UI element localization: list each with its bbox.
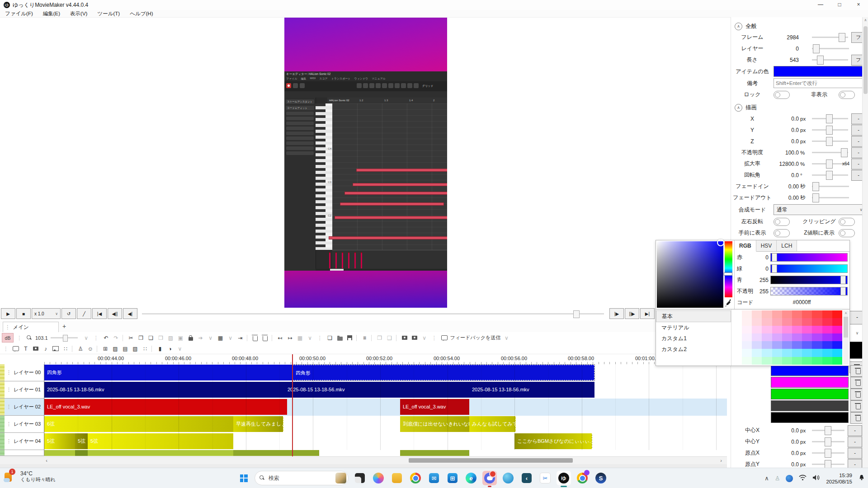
snipping-tool[interactable]: ✂: [538, 471, 552, 485]
palette-color-cell[interactable]: [742, 310, 752, 318]
history-color-swatch[interactable]: [771, 400, 849, 411]
property-value[interactable]: 12800.0: [774, 161, 799, 167]
palette-color-cell[interactable]: [812, 326, 822, 333]
collapse-draw-button[interactable]: ∧: [735, 104, 742, 112]
palette-color-cell[interactable]: [742, 349, 752, 357]
seek-start-button[interactable]: |◀: [92, 308, 107, 319]
property-value[interactable]: 0.0: [774, 427, 799, 434]
paste-insert-button[interactable]: ❒: [157, 334, 165, 342]
channel-slider[interactable]: [770, 287, 848, 296]
palette-color-cell[interactable]: [772, 341, 782, 349]
timeline-clip[interactable]: 早速再生してみましょ: [233, 416, 283, 432]
stop-button[interactable]: ■: [16, 308, 31, 319]
channel-thumb[interactable]: [772, 253, 777, 262]
palette-color-cell[interactable]: [832, 310, 842, 318]
align-button[interactable]: ⇥: [236, 334, 245, 342]
channel-value[interactable]: 0: [756, 254, 770, 261]
slider-thumb[interactable]: [825, 437, 831, 446]
maximize-button[interactable]: □: [830, 0, 849, 10]
palette-color-cell[interactable]: [742, 318, 752, 326]
palette-color-cell[interactable]: [762, 341, 772, 349]
search-highlight-thumbnail[interactable]: [335, 473, 346, 483]
channel-thumb[interactable]: [772, 264, 777, 273]
palette-color-cell[interactable]: [802, 357, 812, 365]
property-value[interactable]: 0.0: [774, 439, 799, 445]
palette-color-cell[interactable]: [742, 341, 752, 349]
palette-color-cell[interactable]: [832, 333, 842, 341]
palette-color-cell[interactable]: [792, 326, 802, 333]
weather-widget[interactable]: 1 34°C くもり時々晴れ: [4, 470, 56, 483]
layer-drag-handle[interactable]: ⋮: [6, 438, 11, 444]
wifi-icon[interactable]: [799, 474, 807, 482]
channel-thumb[interactable]: [840, 276, 846, 284]
palette-color-cell[interactable]: [812, 341, 822, 349]
palette-color-cell[interactable]: [792, 357, 802, 365]
screenshot-button[interactable]: [401, 334, 409, 342]
extend-left-button[interactable]: ↤: [276, 334, 284, 342]
mail-app[interactable]: ✉: [427, 471, 441, 485]
timeline-clip[interactable]: 2025-08-15 13-18-56.mkv: [44, 382, 285, 398]
palette-scrollbar[interactable]: ∧: [843, 310, 849, 365]
frame-grid-button[interactable]: ▦: [296, 334, 304, 342]
palette-tab-基本[interactable]: 基本: [656, 310, 731, 322]
open-project-button[interactable]: [336, 334, 344, 342]
palette-scroll-up[interactable]: ∧: [843, 310, 849, 316]
palette-color-cell[interactable]: [782, 357, 792, 365]
palette-color-cell[interactable]: [752, 318, 762, 326]
palette-color-cell[interactable]: [762, 326, 772, 333]
timeline-clip[interactable]: 2025-08-15 13-18-56.mkv: [469, 382, 594, 398]
seek-slider[interactable]: [142, 313, 604, 314]
tracking-button[interactable]: -: [848, 425, 862, 436]
menu-1[interactable]: 編集(E): [38, 10, 65, 17]
add-scene-item-button[interactable]: ▧: [131, 345, 139, 353]
palette-color-cell[interactable]: [792, 341, 802, 349]
palette-color-cell[interactable]: [772, 349, 782, 357]
palette-color-cell[interactable]: [802, 310, 812, 318]
property-slider[interactable]: [812, 48, 849, 49]
palette-color-cell[interactable]: [792, 333, 802, 341]
timeline-clip[interactable]: 四角形: [292, 365, 594, 380]
layer-drag-handle[interactable]: ⋮: [6, 421, 11, 427]
scroll-up-arrow[interactable]: ∧: [863, 17, 868, 23]
palette-color-cell[interactable]: [802, 349, 812, 357]
channel-value[interactable]: 0: [756, 266, 770, 272]
palette-color-cell[interactable]: [752, 357, 762, 365]
palette-color-cell[interactable]: [832, 349, 842, 357]
palette-color-cell[interactable]: [812, 357, 822, 365]
property-slider[interactable]: [812, 174, 848, 176]
property-slider[interactable]: [812, 430, 844, 431]
delete-ripple-button[interactable]: [261, 334, 269, 342]
palette-color-cell[interactable]: [762, 357, 772, 365]
timeline-clip[interactable]: みんなも試してみて: [469, 416, 516, 432]
property-slider[interactable]: [812, 118, 848, 119]
notification-bell-icon[interactable]: z: [858, 474, 865, 483]
palette-color-cell[interactable]: [782, 310, 792, 318]
scroll-left-arrow[interactable]: ‹: [43, 457, 50, 464]
palette-color-cell[interactable]: [832, 326, 842, 333]
palette-color-cell[interactable]: [792, 349, 802, 357]
palette-tab-マテリアル[interactable]: マテリアル: [656, 322, 731, 333]
saturation-value-square[interactable]: [657, 241, 723, 308]
bookmark-button[interactable]: ▮: [156, 345, 164, 353]
clipchamp[interactable]: ‹: [519, 471, 534, 485]
tray-blue-app-icon[interactable]: [786, 475, 793, 482]
menu-4[interactable]: ヘルプ(H): [125, 10, 158, 17]
note-input[interactable]: [774, 78, 866, 88]
clock[interactable]: 15:39 2025/08/15: [826, 472, 852, 485]
property-value[interactable]: 543: [774, 57, 799, 63]
palette-color-cell[interactable]: [822, 310, 832, 318]
property-slider[interactable]: [812, 141, 848, 142]
chrome[interactable]: [408, 471, 423, 485]
volume-icon[interactable]: [812, 474, 820, 482]
property-value[interactable]: 0.00: [774, 183, 799, 190]
cut-button[interactable]: ✂: [127, 334, 135, 342]
slider-thumb[interactable]: [841, 148, 848, 157]
channel-slider[interactable]: [770, 276, 848, 284]
scrollbar-thumb[interactable]: [409, 458, 573, 463]
desktop-window-app[interactable]: [353, 471, 367, 485]
palette-color-cell[interactable]: [772, 326, 782, 333]
property-slider[interactable]: [812, 197, 849, 198]
save-project-button[interactable]: [346, 334, 354, 342]
palette-tab-カスタム2[interactable]: カスタム2: [656, 344, 731, 355]
palette-color-cell[interactable]: [782, 333, 792, 341]
